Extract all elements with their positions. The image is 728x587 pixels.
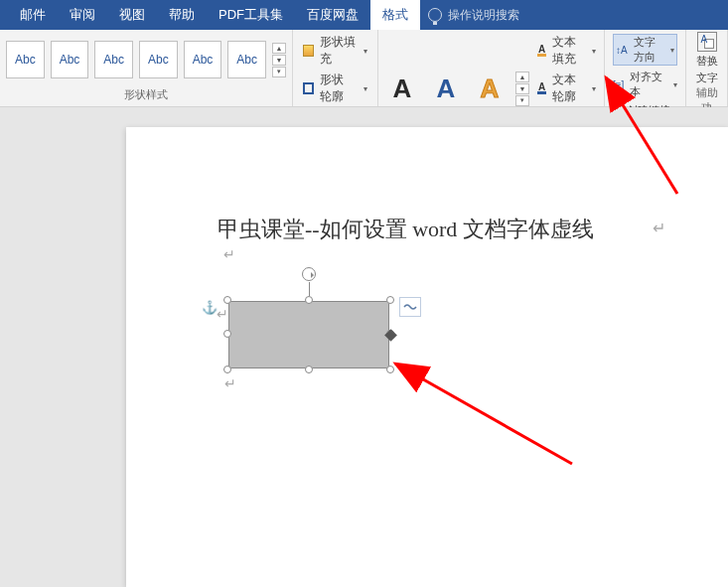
layout-options-button[interactable] — [399, 297, 421, 317]
text-fill-label: 文本填充 — [552, 34, 584, 68]
shape-style-preset-4[interactable]: Abc — [139, 41, 178, 78]
text-fill-button[interactable]: A 文本填充 ▾ — [537, 34, 596, 68]
shape-fill-button[interactable]: 形状填充 ▾ — [303, 34, 367, 68]
resize-handle-tl[interactable] — [223, 296, 231, 304]
selected-shape[interactable] — [228, 301, 389, 368]
wordart-gallery-scroll: ▲ ▼ ▾ — [515, 72, 529, 106]
text-direction-label: 文字方向 — [634, 35, 662, 65]
paragraph-mark: ↵ — [217, 306, 228, 323]
tell-me-search[interactable]: 操作说明搜索 — [428, 7, 519, 24]
shape-style-preset-5[interactable]: Abc — [184, 41, 222, 78]
shape-outline-button[interactable]: 形状轮廓 ▾ — [303, 72, 367, 105]
group-label-shape-styles: 形状样式 — [6, 87, 286, 104]
group-accessibility: 替换 文字 辅助功 — [686, 30, 728, 106]
outline-icon — [303, 82, 314, 94]
replace-text-label-1: 替换 — [696, 54, 718, 69]
replace-text-label-2: 文字 — [696, 71, 718, 85]
layout-options-icon — [403, 302, 417, 312]
shape-style-preset-1[interactable]: Abc — [6, 41, 45, 78]
chevron-down-icon: ▾ — [670, 46, 674, 55]
tell-me-label: 操作说明搜索 — [448, 7, 519, 24]
document-heading[interactable]: 甲虫课堂--如何设置 word 文档字体虚线 — [218, 215, 594, 244]
align-text-label: 对齐文本 — [630, 70, 665, 99]
text-outline-icon: A — [537, 82, 546, 94]
paragraph-mark: ↵ — [223, 246, 235, 263]
gallery-up-button[interactable]: ▲ — [272, 43, 286, 54]
shape-outline-label: 形状轮廓 — [320, 72, 356, 105]
tab-help[interactable]: 帮助 — [157, 0, 207, 30]
anchor-icon: ⚓ — [202, 300, 218, 315]
group-text: ↕A 文字方向 ▾ [≡] 对齐文本 ▾ ⥱ 创建链接 文本 — [605, 30, 686, 106]
ribbon: Abc Abc Abc Abc Abc Abc ▲ ▼ ▾ 形状样式 形状填充 … — [0, 30, 728, 107]
bucket-icon — [303, 45, 314, 57]
chevron-down-icon: ▾ — [364, 47, 367, 56]
resize-handle-bm[interactable] — [305, 366, 313, 373]
align-text-icon: [≡] — [613, 79, 624, 90]
resize-handle-ml[interactable] — [223, 330, 231, 338]
gallery-down-button[interactable]: ▼ — [515, 83, 529, 94]
chevron-down-icon: ▾ — [673, 80, 677, 89]
page[interactable]: 甲虫课堂--如何设置 word 文档字体虚线 ↵ ↵ ↵ ↵ ⚓ — [126, 127, 728, 587]
shape-style-preset-2[interactable]: Abc — [51, 41, 89, 78]
chevron-down-icon: ▾ — [364, 84, 367, 93]
group-wordart-styles: A A A ▲ ▼ ▾ A 文本填充 ▾ A 文本轮廓 ▾ — [378, 30, 605, 106]
gallery-down-button[interactable]: ▼ — [272, 55, 286, 66]
text-outline-button[interactable]: A 文本轮廓 ▾ — [537, 72, 596, 105]
chevron-down-icon: ▾ — [592, 84, 596, 93]
shape-style-preset-3[interactable]: Abc — [94, 41, 133, 78]
shape-fill-label: 形状填充 — [320, 34, 356, 68]
rectangle-shape[interactable] — [228, 301, 389, 368]
paragraph-mark: ↵ — [653, 219, 665, 237]
paragraph-mark: ↵ — [224, 375, 236, 392]
lightbulb-icon — [428, 8, 442, 22]
tab-view[interactable]: 视图 — [107, 0, 157, 30]
gallery-more-button[interactable]: ▾ — [272, 67, 286, 77]
text-direction-button[interactable]: ↕A 文字方向 ▾ — [613, 34, 677, 66]
chevron-down-icon: ▾ — [592, 47, 596, 56]
tab-bar: 邮件 审阅 视图 帮助 PDF工具集 百度网盘 格式 操作说明搜索 — [0, 0, 728, 30]
tab-review[interactable]: 审阅 — [58, 0, 107, 30]
tab-pdf-tools[interactable]: PDF工具集 — [207, 0, 295, 30]
gallery-more-button[interactable]: ▾ — [515, 95, 529, 106]
replace-text-icon — [697, 32, 717, 52]
wordart-preset-1[interactable]: A — [384, 71, 420, 106]
tab-mail[interactable]: 邮件 — [8, 0, 58, 30]
resize-handle-tr[interactable] — [386, 296, 394, 304]
rotate-handle[interactable] — [302, 267, 316, 281]
wordart-preset-2[interactable]: A — [428, 71, 464, 106]
group-shape-styles: Abc Abc Abc Abc Abc Abc ▲ ▼ ▾ 形状样式 — [0, 30, 293, 106]
text-outline-label: 文本轮廓 — [552, 72, 584, 105]
replace-text-button[interactable]: 替换 文字 — [692, 32, 721, 85]
tab-format[interactable]: 格式 — [370, 0, 420, 30]
gallery-up-button[interactable]: ▲ — [515, 72, 529, 82]
document-area: 甲虫课堂--如何设置 word 文档字体虚线 ↵ ↵ ↵ ↵ ⚓ — [0, 107, 728, 587]
resize-handle-tm[interactable] — [305, 296, 313, 304]
resize-handle-bl[interactable] — [223, 366, 231, 373]
text-fill-icon: A — [537, 45, 546, 57]
text-direction-icon: ↕A — [616, 45, 628, 56]
align-text-button[interactable]: [≡] 对齐文本 ▾ — [613, 70, 677, 99]
shape-style-preset-6[interactable]: Abc — [227, 41, 266, 78]
shape-style-gallery-scroll: ▲ ▼ ▾ — [272, 43, 286, 77]
wordart-preset-3[interactable]: A — [472, 71, 508, 106]
group-shape-format: 形状填充 ▾ 形状轮廓 ▾ 形状效果 ▾ — [293, 30, 378, 106]
tab-baidu-netdisk[interactable]: 百度网盘 — [295, 0, 370, 30]
resize-handle-br[interactable] — [386, 366, 394, 373]
